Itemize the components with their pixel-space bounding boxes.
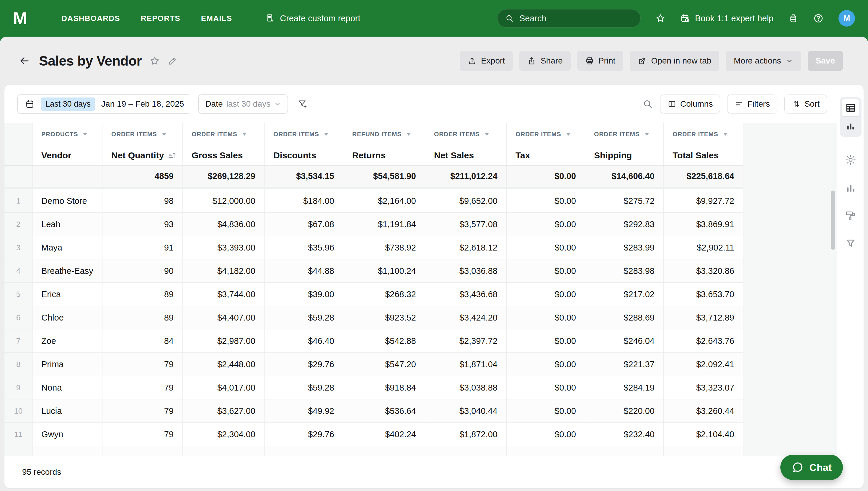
- table-search-icon[interactable]: [643, 99, 653, 109]
- user-avatar[interactable]: M: [838, 10, 855, 27]
- table-row: 8Prima79$2,448.00$29.76$547.20$1,871.04$…: [4, 353, 743, 376]
- more-actions-button[interactable]: More actions: [726, 51, 801, 71]
- table-cell: $536.64: [343, 399, 425, 423]
- table-cell: $3,869.91: [664, 213, 743, 236]
- search-icon: [505, 14, 514, 23]
- column-header[interactable]: Net Quantity: [102, 145, 183, 166]
- book-expert-help-button[interactable]: Book 1:1 expert help: [680, 13, 774, 23]
- column-header-label: Returns: [352, 150, 385, 161]
- table-cell: $49.92: [265, 399, 343, 423]
- vendor-cell: Breathe-Easy: [32, 259, 102, 283]
- column-header[interactable]: Net Sales: [425, 145, 507, 166]
- table-cell: $283.99: [585, 236, 664, 259]
- product-box-icon[interactable]: [788, 13, 798, 23]
- edit-title-pencil-icon[interactable]: [168, 56, 178, 66]
- table-cell: $3,036.88: [425, 259, 507, 283]
- column-group[interactable]: ORDER ITEMS: [183, 123, 265, 145]
- table-row: 1Demo Store98$12,000.00$184.00$2,164.00$…: [4, 190, 743, 213]
- table-cell: $1,191.84: [343, 213, 425, 236]
- group-chevron-icon: [242, 133, 247, 136]
- table-cell: $2,987.00: [183, 329, 265, 352]
- report-main: Last 30 days Jan 19 – Feb 18, 2025 Date …: [4, 85, 837, 488]
- share-button[interactable]: Share: [519, 51, 571, 71]
- column-group[interactable]: PRODUCTS: [32, 123, 102, 145]
- table-cell: [343, 446, 425, 456]
- add-filter-funnel-icon[interactable]: [297, 99, 308, 109]
- table-cell: $3,260.44: [664, 399, 743, 423]
- column-header[interactable]: Shipping: [585, 145, 664, 166]
- filters-button[interactable]: Filters: [727, 94, 777, 113]
- records-count: 95 records: [22, 467, 61, 477]
- help-icon[interactable]: [813, 13, 824, 24]
- sort-ascending-icon: [167, 151, 176, 160]
- column-group[interactable]: ORDER ITEMS: [265, 123, 343, 145]
- column-group-label: ORDER ITEMS: [516, 131, 561, 138]
- column-group[interactable]: ORDER ITEMS: [507, 123, 585, 145]
- group-chevron-icon: [723, 133, 728, 136]
- formatting-paint-roller-icon[interactable]: [845, 210, 856, 221]
- table-cell: $46.40: [265, 329, 343, 352]
- table-cell: $232.40: [585, 423, 664, 446]
- chart-view-button[interactable]: [842, 118, 860, 135]
- table-cell: $2,643.76: [664, 329, 743, 352]
- table-cell: 89: [102, 283, 183, 306]
- table-cell: $184.00: [265, 190, 343, 212]
- chat-button[interactable]: Chat: [780, 455, 843, 480]
- column-group-label: REFUND ITEMS: [352, 131, 402, 138]
- table-cell: $35.96: [265, 236, 343, 259]
- save-button[interactable]: Save: [808, 51, 843, 71]
- nav-item-emails[interactable]: EMAILS: [201, 14, 232, 23]
- column-header[interactable]: Tax: [507, 145, 585, 166]
- date-chip[interactable]: Last 30 days: [41, 97, 95, 111]
- create-custom-report-button[interactable]: Create custom report: [265, 13, 360, 23]
- vertical-scrollbar-thumb[interactable]: [831, 191, 835, 250]
- favorites-star-icon[interactable]: [655, 13, 665, 23]
- sort-button[interactable]: Sort: [784, 94, 827, 113]
- columns-button[interactable]: Columns: [660, 94, 720, 113]
- column-header-label: Net Quantity: [111, 150, 164, 161]
- column-header[interactable]: Gross Sales: [183, 145, 265, 166]
- table-cell: $59.28: [265, 376, 343, 399]
- app-logo[interactable]: M: [13, 10, 27, 27]
- table-cell: [507, 446, 585, 456]
- column-group[interactable]: ORDER ITEMS: [102, 123, 183, 145]
- totals-cell: $0.00: [507, 166, 585, 187]
- metrics-chart-icon[interactable]: [845, 182, 856, 194]
- column-header-label: Total Sales: [673, 150, 719, 161]
- column-group[interactable]: REFUND ITEMS: [343, 123, 425, 145]
- report-header: Sales by Vendor Export Share: [0, 37, 868, 85]
- group-chevron-icon: [485, 133, 489, 136]
- print-button[interactable]: Print: [577, 51, 624, 71]
- nav-item-reports[interactable]: REPORTS: [141, 14, 180, 23]
- column-header[interactable]: Returns: [343, 145, 425, 166]
- nav-right: Search Book 1:1 expert help M: [497, 9, 855, 27]
- column-header[interactable]: Discounts: [265, 145, 343, 166]
- column-group[interactable]: ORDER ITEMS: [585, 123, 664, 145]
- export-button[interactable]: Export: [460, 51, 513, 71]
- group-chevron-icon: [645, 133, 649, 136]
- column-header[interactable]: Vendor: [32, 145, 102, 166]
- favorite-report-star-icon[interactable]: [149, 56, 160, 66]
- totals-row: 4859$269,128.29$3,534.15$54,581.90$211,0…: [4, 166, 743, 187]
- nav-item-dashboards[interactable]: DASHBOARDS: [61, 14, 120, 23]
- date-range-picker[interactable]: Last 30 days Jan 19 – Feb 18, 2025: [18, 94, 191, 114]
- row-number: 2: [4, 213, 32, 236]
- column-header[interactable]: Total Sales: [664, 145, 743, 166]
- back-button[interactable]: [18, 55, 31, 67]
- column-header-label: Tax: [516, 150, 530, 161]
- view-switcher: [840, 97, 862, 137]
- column-header-label: Discounts: [273, 150, 316, 161]
- row-number: 11: [4, 423, 32, 446]
- vendor-cell: Zoe: [32, 329, 102, 352]
- date-field-dropdown[interactable]: Date last 30 days: [198, 94, 288, 114]
- report-settings-gear-icon[interactable]: [845, 154, 857, 166]
- search-input[interactable]: Search: [497, 9, 641, 27]
- table-cell: 79: [102, 423, 183, 446]
- column-group[interactable]: ORDER ITEMS: [425, 123, 507, 145]
- column-group[interactable]: ORDER ITEMS: [664, 123, 743, 145]
- table-view-button[interactable]: [842, 99, 860, 116]
- rail-filter-funnel-icon[interactable]: [845, 238, 856, 249]
- open-in-new-tab-button[interactable]: Open in new tab: [630, 51, 719, 71]
- table-cell: $0.00: [507, 236, 585, 259]
- row-number: 5: [4, 283, 32, 306]
